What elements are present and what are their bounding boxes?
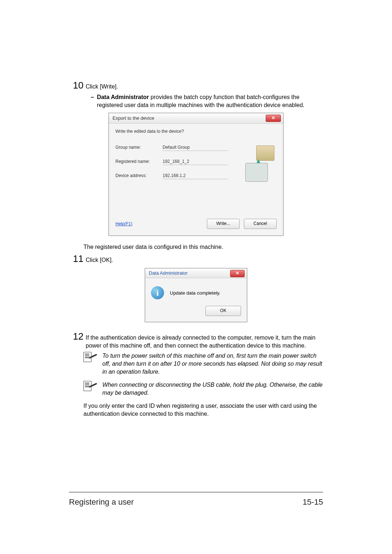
ok-dialog-title-bar: Data Administrator ✕ [145,268,247,278]
step-10-bullet-text: Data Administrator provides the batch co… [97,93,323,109]
note-1-text: To turn the power switch of this machine… [102,352,323,376]
ok-dialog-message: Update data completely. [170,290,220,296]
export-question: Write the edited data to the device? [115,129,277,134]
step-number-11: 11 [69,253,83,264]
step-10-bullet: – Data Administrator provides the batch … [91,93,323,109]
device-address-label: Device address: [115,173,163,179]
note-icon [83,352,97,363]
note-1: To turn the power switch of this machine… [83,352,323,376]
export-dialog-footer: Help(F1) Write... Cancel [109,219,283,235]
ok-dialog-title: Data Administrator [149,270,188,276]
registered-name-value: 192_168_1_2 [163,159,228,165]
help-link[interactable]: Help(F1) [115,221,132,226]
step-11: 11 Click [OK]. [69,253,323,264]
export-dialog: Export to the device ✕ Write the edited … [109,113,283,236]
footer-rule [69,492,323,492]
export-buttons: Write... Cancel [207,219,277,229]
registered-name-label: Registered name: [115,159,163,165]
step-11-text: Click [OK]. [86,254,113,264]
group-name-label: Group name: [115,145,163,151]
cancel-button[interactable]: Cancel [244,219,277,229]
ok-dialog-footer: OK [145,303,247,322]
dialog-title-bar: Export to the device ✕ [109,113,283,124]
computer-icon [245,163,268,182]
footer-section-title: Registering a user [69,497,134,507]
device-illustration [245,145,274,182]
export-dialog-title: Export to the device [113,115,154,121]
close-button[interactable]: ✕ [266,115,281,122]
document-page: 10 Click [Write]. – Data Administrator p… [0,0,392,554]
closing-paragraph: If you only enter the card ID when regis… [83,402,323,418]
result-text: The registered user data is configured i… [83,243,323,251]
group-name-value: Default Group [163,145,228,151]
step-number-12: 12 [69,331,83,342]
step-12: 12 If the authentication device is alrea… [69,331,323,350]
export-dialog-body: Write the edited data to the device? Gro… [109,124,283,219]
write-button[interactable]: Write... [207,219,240,229]
step-12-text: If the authentication device is already … [86,332,323,350]
note-2-text: When connecting or disconnecting the USB… [102,381,323,397]
device-address-value: 192.168.1.2 [163,173,228,179]
ok-dialog: Data Administrator ✕ i Update data compl… [145,268,247,322]
step-10-text: Click [Write]. [86,81,118,91]
step-10: 10 Click [Write]. [69,80,323,91]
note-2: When connecting or disconnecting the USB… [83,381,323,397]
info-icon: i [151,286,164,299]
bold-term: Data Administrator [97,94,149,100]
ok-dialog-body: i Update data completely. [145,278,247,303]
close-button[interactable]: ✕ [230,270,245,277]
footer-page-number: 15-15 [303,497,323,507]
bullet-dash: – [91,93,94,101]
ok-button[interactable]: OK [205,306,241,316]
printer-icon [256,145,274,161]
note-icon [83,381,97,392]
step-number-10: 10 [69,80,83,91]
